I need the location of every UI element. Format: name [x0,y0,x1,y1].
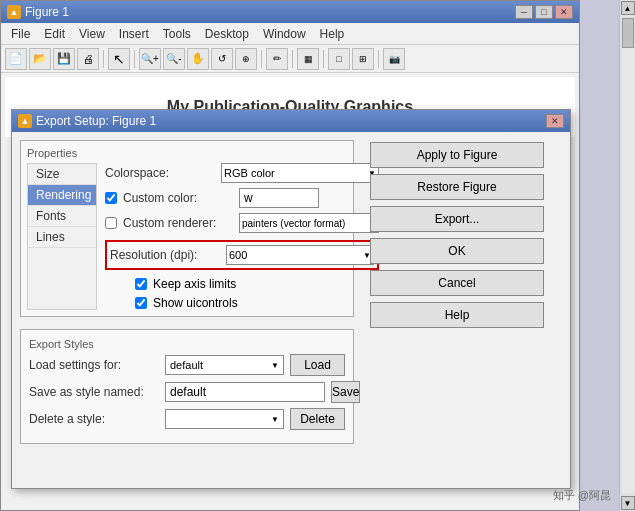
custom-renderer-row: Custom renderer: painters (vector format… [105,213,379,233]
title-bar: ▲ Figure 1 ─ □ ✕ [1,1,579,23]
dialog-controls: ✕ [546,114,564,128]
dialog-title: Export Setup: Figure 1 [36,114,156,128]
scroll-up-button[interactable]: ▲ [621,1,635,15]
dialog-title-bar: ▲ Export Setup: Figure 1 ✕ [12,110,570,132]
menu-insert[interactable]: Insert [113,25,155,43]
save-button[interactable]: 💾 [53,48,75,70]
pan-button[interactable]: ✋ [187,48,209,70]
resolution-row: Resolution (dpi): 600 ▼ [105,240,379,270]
menu-bar: File Edit View Insert Tools Desktop Wind… [1,23,579,45]
zoom-in-button[interactable]: 🔍+ [139,48,161,70]
load-row: Load settings for: default ▼ Load [29,354,345,376]
save-label: Save as style named: [29,385,159,399]
minimize-button[interactable]: ─ [515,5,533,19]
menu-file[interactable]: File [5,25,36,43]
app-icon: ▲ [7,5,21,19]
ok-button[interactable]: OK [370,238,544,264]
delete-label: Delete a style: [29,412,159,426]
toolbar-separator-2 [134,50,135,68]
toolbar: 📄 📂 💾 🖨 ↖ 🔍+ 🔍- ✋ ↺ ⊕ ✏ ▦ □ ⊞ 📷 [1,45,579,73]
insert-rect-button[interactable]: □ [328,48,350,70]
toolbar-separator-4 [292,50,293,68]
resolution-label: Resolution (dpi): [110,248,220,262]
new-file-button[interactable]: 📄 [5,48,27,70]
print-button[interactable]: 🖨 [77,48,99,70]
custom-color-checkbox[interactable] [105,192,117,204]
apply-to-figure-button[interactable]: Apply to Figure [370,142,544,168]
close-button[interactable]: ✕ [555,5,573,19]
keep-axis-checkbox[interactable] [135,278,147,290]
window-title: Figure 1 [25,5,69,19]
prop-rendering[interactable]: Rendering [28,185,96,206]
menu-tools[interactable]: Tools [157,25,197,43]
custom-renderer-select[interactable]: painters (vector format) ▼ [239,213,379,233]
load-select[interactable]: default ▼ [165,355,284,375]
toolbar-separator-3 [261,50,262,68]
menu-edit[interactable]: Edit [38,25,71,43]
menu-window[interactable]: Window [257,25,312,43]
props-list: Size Rendering Fonts Lines [27,163,97,310]
custom-color-input[interactable] [239,188,319,208]
brush-button[interactable]: ✏ [266,48,288,70]
data-cursor-button[interactable]: ⊕ [235,48,257,70]
colorspace-select[interactable]: RGB color ▼ [221,163,379,183]
load-value: default [170,359,203,371]
keep-axis-label: Keep axis limits [153,277,236,291]
scroll-track [622,18,634,493]
restore-figure-button[interactable]: Restore Figure [370,174,544,200]
colorspace-value: RGB color [224,167,275,179]
scroll-down-button[interactable]: ▼ [621,496,635,510]
delete-row: Delete a style: ▼ Delete [29,408,345,430]
props-container: Size Rendering Fonts Lines Colorspace: [27,163,347,310]
figure-window: ▲ Figure 1 ─ □ ✕ File Edit View Insert T… [0,0,580,511]
colorspace-row: Colorspace: RGB color ▼ [105,163,379,183]
colorspace-label: Colorspace: [105,166,215,180]
save-button[interactable]: Save [331,381,360,403]
open-button[interactable]: 📂 [29,48,51,70]
toolbar-separator-5 [323,50,324,68]
load-button[interactable]: Load [290,354,345,376]
show-ui-label: Show uicontrols [153,296,238,310]
export-setup-dialog: ▲ Export Setup: Figure 1 ✕ Properties [11,109,571,489]
prop-size[interactable]: Size [28,164,96,185]
help-button[interactable]: Help [370,302,544,328]
watermark: 知乎 @阿昆 [553,488,611,503]
properties-section: Properties Size Rendering Fonts Lines [20,140,354,317]
save-row: Save as style named: Save [29,381,345,403]
show-ui-checkbox[interactable] [135,297,147,309]
delete-button[interactable]: Delete [290,408,345,430]
menu-help[interactable]: Help [314,25,351,43]
dialog-close-button[interactable]: ✕ [546,114,564,128]
load-arrow-icon: ▼ [271,361,279,370]
custom-color-row: Custom color: [105,188,379,208]
toolbar-separator-6 [378,50,379,68]
prop-fonts[interactable]: Fonts [28,206,96,227]
custom-renderer-checkbox[interactable] [105,217,117,229]
zoom-out-button[interactable]: 🔍- [163,48,185,70]
menu-view[interactable]: View [73,25,111,43]
color-button[interactable]: ▦ [297,48,319,70]
resolution-select[interactable]: 600 ▼ [226,245,374,265]
prop-lines[interactable]: Lines [28,227,96,248]
custom-renderer-value: painters (vector format) [242,218,345,229]
insert-axes-button[interactable]: ⊞ [352,48,374,70]
custom-renderer-label: Custom renderer: [123,216,233,230]
export-styles-label: Export Styles [29,338,345,350]
custom-color-label: Custom color: [123,191,233,205]
cancel-button[interactable]: Cancel [370,270,544,296]
scroll-thumb[interactable] [622,18,634,48]
dialog-body: Properties Size Rendering Fonts Lines [12,132,570,488]
dialog-icon: ▲ [18,114,32,128]
camera-button[interactable]: 📷 [383,48,405,70]
delete-select[interactable]: ▼ [165,409,284,429]
select-tool-button[interactable]: ↖ [108,48,130,70]
scrollbar: ▲ ▼ [619,0,635,511]
export-button[interactable]: Export... [370,206,544,232]
menu-desktop[interactable]: Desktop [199,25,255,43]
delete-arrow-icon: ▼ [271,415,279,424]
rotate-button[interactable]: ↺ [211,48,233,70]
toolbar-separator-1 [103,50,104,68]
keep-axis-row: Keep axis limits [105,277,379,291]
maximize-button[interactable]: □ [535,5,553,19]
save-input[interactable] [165,382,325,402]
